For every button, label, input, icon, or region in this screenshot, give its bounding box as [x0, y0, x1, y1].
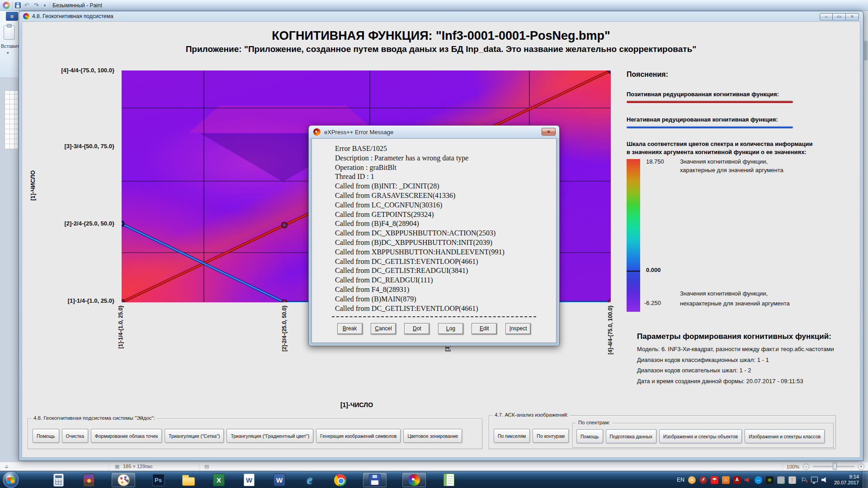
taskbar-item-word-doc[interactable]: W: [241, 472, 257, 488]
error-line: Called from (B)INIT: _DCINIT(28): [312, 182, 556, 191]
taskbar-item-eidos[interactable]: [402, 472, 426, 488]
taskbar-item-excel[interactable]: X: [211, 472, 226, 488]
action-center-flag-icon[interactable]: ⚐: [800, 476, 807, 484]
taskbar-item-save-tool[interactable]: [363, 472, 387, 488]
taskbar-item-notes[interactable]: [441, 472, 457, 488]
dialog-close-button[interactable]: ×: [542, 128, 556, 136]
class-spectra-button[interactable]: Изображения и спектры классов: [745, 429, 825, 443]
app-titlebar[interactable]: 4.8. Геокогнитивная подсистема: [19, 11, 863, 21]
paste-dropdown-icon[interactable]: ▾: [7, 51, 9, 55]
clock-time: 9:14: [834, 474, 859, 480]
usb-eject-tray-icon[interactable]: [777, 476, 785, 484]
ask-analysis-toolbar-group: 4.7. АСК-анализ изображений: По пикселям…: [489, 415, 836, 449]
triangulation-gradient-button[interactable]: Триангуляция ("Градиентный цвет"): [226, 429, 313, 443]
dialog-title: eXPress++ Error Message: [324, 129, 393, 136]
params-heading: Параметры формирования когнитивных функц…: [637, 332, 831, 341]
page-subtitle: Приложение: "Приложение, созданное путем…: [22, 44, 860, 54]
notepad-icon: [443, 474, 454, 486]
drive-warning-tray-icon[interactable]: !: [788, 476, 796, 484]
edit-button[interactable]: Edit: [472, 323, 497, 334]
audio-manager-tray-icon[interactable]: [745, 477, 751, 483]
show-hidden-icons-button[interactable]: ▲: [688, 476, 696, 484]
y-tick-label: [2]-2/4-{25.0, 50.0}: [38, 220, 114, 227]
taskbar-item-explorer[interactable]: [181, 472, 196, 488]
app-window-title: 4.8. Геокогнитивная подсистема: [32, 13, 113, 19]
winrar-icon: [83, 474, 94, 487]
color-zoning-button[interactable]: Цветовое зонирование: [403, 429, 462, 443]
taskbar-item-chrome[interactable]: [332, 472, 348, 488]
object-spectra-button[interactable]: Изображения и спектры объектов: [659, 429, 742, 443]
page-title: КОГНИТИВНАЯ ФУНКЦИЯ: "Inf3-0001-0001-Pos…: [22, 29, 860, 43]
paint-window-title: Безымянный - Paint: [52, 2, 102, 9]
dot-button[interactable]: Dot: [404, 323, 429, 334]
by-contours-button[interactable]: По контурам: [533, 429, 569, 443]
language-indicator[interactable]: EN: [677, 477, 684, 483]
qat-dropdown-icon[interactable]: ▾: [42, 3, 47, 8]
dialog-icon: [313, 128, 321, 136]
paint-right-strip: [863, 11, 868, 462]
undo-icon[interactable]: ↶: [23, 2, 30, 9]
app-icon: [23, 13, 29, 19]
eidos-icon: [408, 474, 420, 486]
save-icon[interactable]: [15, 2, 21, 8]
symbol-images-button[interactable]: Генерация изображений символов: [316, 429, 401, 443]
gauge-tray-icon[interactable]: [699, 476, 707, 484]
taskbar-item-photoshop[interactable]: Ps: [151, 472, 166, 488]
volume-icon[interactable]: [821, 477, 828, 483]
show-desktop-button[interactable]: [862, 471, 868, 488]
spectra-help-button[interactable]: Помощь: [576, 429, 603, 443]
taskbar-item-word[interactable]: W: [272, 472, 287, 488]
close-button[interactable]: ×: [846, 13, 859, 20]
clock-date: 20.07.2017: [834, 480, 859, 486]
error-line: Called from GETPOINTS(29324): [312, 210, 556, 220]
zoom-in-button[interactable]: +: [858, 464, 864, 470]
param-class-scales: Диапазон кодов классификационных шкал: 1…: [637, 357, 769, 363]
minimize-button[interactable]: –: [820, 13, 833, 20]
dialog-separator: [332, 316, 536, 317]
dialog-titlebar[interactable]: eXPress++ Error Message: [309, 126, 559, 138]
taskbar-item-winrar[interactable]: [81, 472, 96, 488]
adobe-tray-icon[interactable]: A: [733, 476, 741, 484]
antivirus-tray-icon[interactable]: ☂: [711, 476, 718, 484]
network-icon[interactable]: [811, 477, 818, 482]
java-tray-icon[interactable]: ♨: [722, 476, 730, 484]
uncharacteristic-note: Значения когнитивной функции,: [680, 290, 768, 297]
inspect-button[interactable]: Inspect: [505, 323, 531, 334]
dialog-body: Error BASE/1025 Description : Parameter …: [311, 138, 557, 343]
taskbar-item-calculator[interactable]: [51, 472, 66, 488]
word-icon: W: [274, 474, 285, 486]
paint-menu-button[interactable]: ≡: [6, 12, 18, 21]
error-line: Called from DC_GETLIST:EVENTLOOP(4661): [312, 257, 556, 267]
triangulation-grid-button[interactable]: Триангуляция ("Сетка"): [165, 429, 224, 443]
taskbar-item-paint[interactable]: [111, 472, 136, 488]
cancel-button[interactable]: Cancel: [371, 323, 396, 334]
zoom-slider[interactable]: [813, 466, 854, 467]
clear-button[interactable]: Очистка: [62, 429, 88, 443]
start-button[interactable]: [3, 472, 19, 488]
teamviewer-tray-icon[interactable]: ↔: [755, 476, 762, 484]
point-cloud-button[interactable]: Формирование облака точек: [91, 429, 162, 443]
scrollbar-thumb[interactable]: [864, 41, 868, 61]
zoom-slider-thumb[interactable]: [833, 463, 837, 470]
maximize-button[interactable]: ▭: [833, 13, 846, 20]
paint-app-icon: [3, 2, 10, 9]
y-tick-label: [1]-1/4-{1.0, 25.0}: [38, 297, 114, 304]
taskbar-clock[interactable]: 9:14 20.07.2017: [834, 474, 859, 486]
nvidia-tray-icon[interactable]: ◉: [766, 476, 774, 484]
error-line: Error BASE/1025: [312, 144, 556, 154]
by-pixels-button[interactable]: По пикселям: [494, 429, 530, 443]
help-button[interactable]: Помощь: [33, 429, 59, 443]
zoom-level: 100%: [787, 464, 799, 469]
taskbar-item-internet-explorer[interactable]: e: [302, 472, 317, 488]
error-line: Called from (B)MAIN(879): [312, 295, 556, 304]
x-tick-label: [4]-4/4-{75.0, 100.0}: [607, 305, 613, 355]
zoom-out-button[interactable]: –: [803, 464, 809, 470]
error-line: Thread ID : 1: [312, 172, 556, 182]
redo-icon[interactable]: ↷: [33, 2, 40, 9]
internet-explorer-icon: e: [307, 474, 312, 486]
image-size-icon: ▦: [115, 464, 119, 469]
break-button[interactable]: Break: [337, 323, 363, 334]
log-button[interactable]: Log: [438, 323, 463, 334]
clipboard-icon[interactable]: [4, 25, 15, 40]
data-preparation-button[interactable]: Подготовка данных: [606, 429, 657, 443]
